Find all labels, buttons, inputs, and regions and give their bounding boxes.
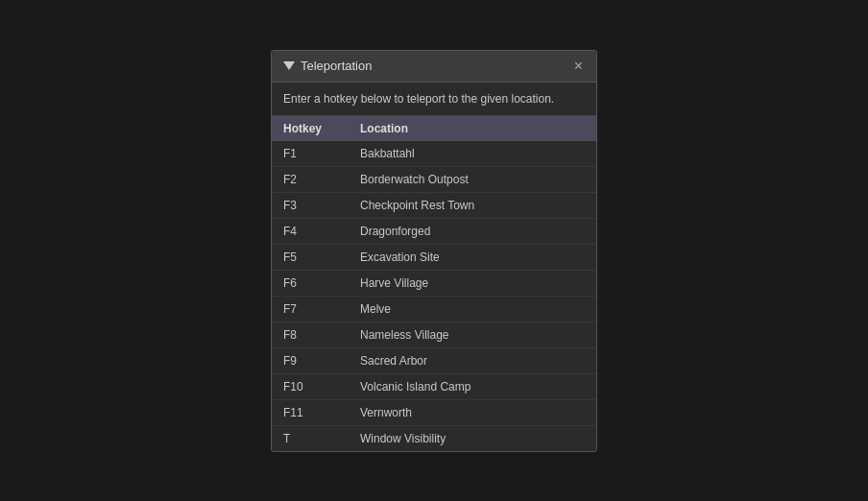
table-row[interactable]: F3Checkpoint Rest Town [272,192,596,218]
table-row[interactable]: F9Sacred Arbor [272,347,596,373]
title-left: Teleportation [283,59,372,73]
table-row[interactable]: F2Borderwatch Outpost [272,166,596,192]
cell-hotkey: F2 [272,166,349,192]
table-row[interactable]: F1Bakbattahl [272,141,596,167]
cell-location: Window Visibility [349,425,596,451]
table-row[interactable]: TWindow Visibility [272,425,596,451]
table-header: Hotkey Location [272,116,596,141]
dialog-title: Teleportation [301,59,372,73]
cell-hotkey: F9 [272,347,349,373]
table-row[interactable]: F4Dragonforged [272,218,596,244]
teleportation-dialog: Teleportation × Enter a hotkey below to … [271,50,597,452]
cell-hotkey: F1 [272,141,349,167]
header-row: Hotkey Location [272,116,596,141]
cell-hotkey: F11 [272,399,349,425]
teleport-table-container: Hotkey Location F1BakbattahlF2Borderwatc… [272,116,596,451]
cell-hotkey: F4 [272,218,349,244]
triangle-icon [283,61,295,70]
header-hotkey: Hotkey [272,116,349,141]
table-body: F1BakbattahlF2Borderwatch OutpostF3Check… [272,141,596,451]
cell-location: Harve Village [349,270,596,296]
cell-hotkey: T [272,425,349,451]
cell-location: Melve [349,296,596,322]
cell-hotkey: F6 [272,270,349,296]
table-row[interactable]: F8Nameless Village [272,322,596,347]
cell-location: Bakbattahl [349,141,596,167]
dialog-titlebar: Teleportation × [272,51,596,83]
header-location: Location [349,116,596,141]
dialog-description: Enter a hotkey below to teleport to the … [272,83,596,116]
cell-location: Dragonforged [349,218,596,244]
table-row[interactable]: F10Volcanic Island Camp [272,373,596,399]
cell-hotkey: F8 [272,322,349,347]
cell-hotkey: F7 [272,296,349,322]
cell-location: Vernworth [349,399,596,425]
cell-location: Volcanic Island Camp [349,373,596,399]
cell-location: Sacred Arbor [349,347,596,373]
cell-hotkey: F3 [272,192,349,218]
cell-location: Excavation Site [349,244,596,270]
cell-location: Nameless Village [349,322,596,347]
cell-location: Checkpoint Rest Town [349,192,596,218]
table-row[interactable]: F7Melve [272,296,596,322]
cell-hotkey: F10 [272,373,349,399]
cell-hotkey: F5 [272,244,349,270]
table-row[interactable]: F5Excavation Site [272,244,596,270]
table-row[interactable]: F6Harve Village [272,270,596,296]
teleport-table: Hotkey Location F1BakbattahlF2Borderwatc… [272,116,596,451]
table-row[interactable]: F11Vernworth [272,399,596,425]
cell-location: Borderwatch Outpost [349,166,596,192]
close-button[interactable]: × [572,59,585,74]
